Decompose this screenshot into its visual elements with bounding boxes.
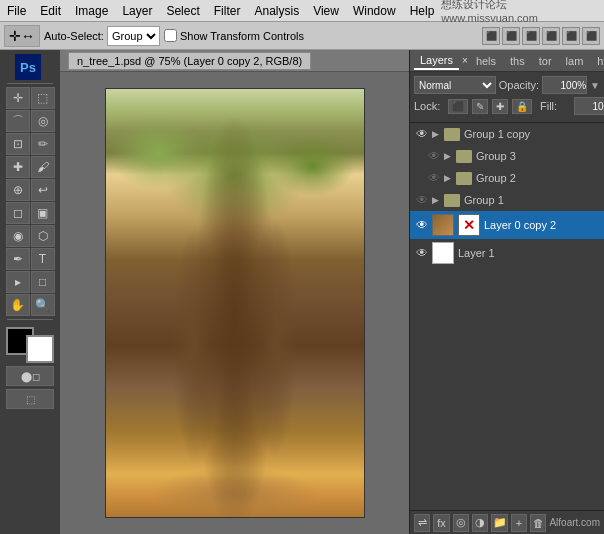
align-right-icon[interactable]: ⬛ (522, 27, 540, 45)
eraser-tool[interactable]: ◻ (6, 202, 30, 224)
expand-group1copy[interactable]: ▶ (432, 129, 444, 139)
dodge-tool[interactable]: ⬡ (31, 225, 55, 247)
distribute-icon[interactable]: ⬛ (582, 27, 600, 45)
menu-layer[interactable]: Layer (115, 2, 159, 20)
path-select-tool[interactable]: ▸ (6, 271, 30, 293)
zoom-tool[interactable]: 🔍 (31, 294, 55, 316)
eyedropper-tool[interactable]: ✏ (31, 133, 55, 155)
eye-group1copy[interactable]: 👁 (414, 126, 430, 142)
menu-filter[interactable]: Filter (207, 2, 248, 20)
layer-style-btn[interactable]: fx (433, 514, 449, 532)
eye-layer1[interactable]: 👁 (414, 245, 430, 261)
align-top-icon[interactable]: ⬛ (542, 27, 560, 45)
blend-mode-select[interactable]: Normal Multiply Screen (414, 76, 496, 94)
clone-stamp-tool[interactable]: ⊕ (6, 179, 30, 201)
folder-icon-group3 (456, 150, 472, 163)
layers-list[interactable]: 👁 ▶ Group 1 copy 👁 ▶ Group 3 👁 ▶ Group 2 (410, 123, 604, 510)
hand-tool[interactable]: ✋ (6, 294, 30, 316)
eye-group1[interactable]: 👁 (414, 192, 430, 208)
adjustment-layer-btn[interactable]: ◑ (472, 514, 488, 532)
lock-position-btn[interactable]: ✚ (492, 99, 508, 114)
lock-all-btn[interactable]: 🔒 (512, 99, 532, 114)
tab-close[interactable]: × (462, 55, 468, 66)
expand-group3[interactable]: ▶ (444, 151, 456, 161)
new-group-btn[interactable]: 📁 (491, 514, 507, 532)
type-tool[interactable]: T (31, 248, 55, 270)
clone-tools: ⊕ ↩ (6, 179, 55, 201)
lock-transparent-btn[interactable]: ⬛ (448, 99, 468, 114)
crop-tool[interactable]: ⊡ (6, 133, 30, 155)
pen-tool[interactable]: ✒ (6, 248, 30, 270)
panel-brand: Alfoart.com (549, 517, 600, 528)
selection-tools: ✛ ⬚ (6, 87, 55, 109)
history-brush-tool[interactable]: ↩ (31, 179, 55, 201)
menu-view[interactable]: View (306, 2, 346, 20)
background-color[interactable] (26, 335, 54, 363)
layer-group2[interactable]: 👁 ▶ Group 2 (410, 167, 604, 189)
layer-group1[interactable]: 👁 ▶ Group 1 (410, 189, 604, 211)
panel-tabs: Layers × hels ths tor lam hfo ☰ (410, 50, 604, 72)
menu-edit[interactable]: Edit (33, 2, 68, 20)
canvas-tab[interactable]: n_tree_1.psd @ 75% (Layer 0 copy 2, RGB/… (60, 50, 409, 72)
eye-group3[interactable]: 👁 (426, 148, 442, 164)
link-layers-btn[interactable]: ⇌ (414, 514, 430, 532)
lock-image-btn[interactable]: ✎ (472, 99, 488, 114)
selection-tool[interactable]: ⬚ (31, 87, 55, 109)
healing-tool[interactable]: ✚ (6, 156, 30, 178)
tab-lam[interactable]: lam (560, 53, 590, 69)
layer-mask-btn[interactable]: ◎ (453, 514, 469, 532)
expand-group2[interactable]: ▶ (444, 173, 456, 183)
delete-layer-btn[interactable]: 🗑 (530, 514, 546, 532)
menu-window[interactable]: Window (346, 2, 403, 20)
menu-analysis[interactable]: Analysis (247, 2, 306, 20)
eye-group2[interactable]: 👁 (426, 170, 442, 186)
tool-separator-2 (7, 319, 53, 320)
fill-label: Fill: (540, 100, 570, 112)
align-left-icon[interactable]: ⬛ (482, 27, 500, 45)
tab-tor[interactable]: tor (533, 53, 558, 69)
fill-input[interactable] (574, 97, 604, 115)
folder-icon-group2 (456, 172, 472, 185)
show-transform-checkbox[interactable] (164, 29, 177, 42)
tab-hels[interactable]: hels (470, 53, 502, 69)
shape-tool[interactable]: □ (31, 271, 55, 293)
blur-tool[interactable]: ◉ (6, 225, 30, 247)
color-swatches[interactable] (6, 327, 54, 363)
expand-group1[interactable]: ▶ (432, 195, 444, 205)
tab-layers[interactable]: Layers (414, 52, 459, 70)
tab-hfo[interactable]: hfo (591, 53, 604, 69)
tab-ths[interactable]: ths (504, 53, 531, 69)
eye-layer0copy2[interactable]: 👁 (414, 217, 430, 233)
canvas-content[interactable] (60, 72, 409, 534)
move-tool-btn[interactable]: ✛↔ (4, 25, 40, 47)
new-layer-btn[interactable]: + (511, 514, 527, 532)
layer-name-group2: Group 2 (476, 172, 600, 184)
opacity-dropdown-btn[interactable]: ▼ (590, 80, 600, 91)
quick-select-tool[interactable]: ◎ (31, 110, 55, 132)
mask-x-icon: ✕ (463, 217, 475, 233)
opacity-input[interactable] (542, 76, 587, 94)
layer-group3[interactable]: 👁 ▶ Group 3 (410, 145, 604, 167)
move-tool[interactable]: ✛ (6, 87, 30, 109)
menu-file[interactable]: File (0, 2, 33, 20)
layer-1[interactable]: 👁 Layer 1 (410, 239, 604, 267)
align-center-icon[interactable]: ⬛ (502, 27, 520, 45)
screen-mode-btn[interactable]: ⬚ (6, 389, 54, 409)
lasso-tool[interactable]: ⌒ (6, 110, 30, 132)
brush-tool[interactable]: 🖌 (31, 156, 55, 178)
menu-select[interactable]: Select (159, 2, 206, 20)
auto-select-dropdown[interactable]: Group Layer (107, 26, 160, 46)
layer-group1copy[interactable]: 👁 ▶ Group 1 copy (410, 123, 604, 145)
layer-name-0copy2: Layer 0 copy 2 (484, 219, 600, 231)
layer-name-group1: Group 1 (464, 194, 600, 206)
layer-0copy2[interactable]: 👁 ✕ Layer 0 copy 2 (410, 211, 604, 239)
canvas-area: n_tree_1.psd @ 75% (Layer 0 copy 2, RGB/… (60, 50, 409, 534)
lock-fill-row: Lock: ⬛ ✎ ✚ 🔒 Fill: ▼ (414, 97, 600, 115)
menu-help[interactable]: Help (403, 2, 442, 20)
mask-layer0copy2: ✕ (458, 214, 480, 236)
left-toolbox: Ps ✛ ⬚ ⌒ ◎ ⊡ ✏ ✚ 🖌 ⊕ ↩ ◻ ▣ ◉ ⬡ (0, 50, 60, 534)
menu-image[interactable]: Image (68, 2, 115, 20)
align-bottom-icon[interactable]: ⬛ (562, 27, 580, 45)
gradient-tool[interactable]: ▣ (31, 202, 55, 224)
quick-mask-btn[interactable]: ⬤◻ (6, 366, 54, 386)
